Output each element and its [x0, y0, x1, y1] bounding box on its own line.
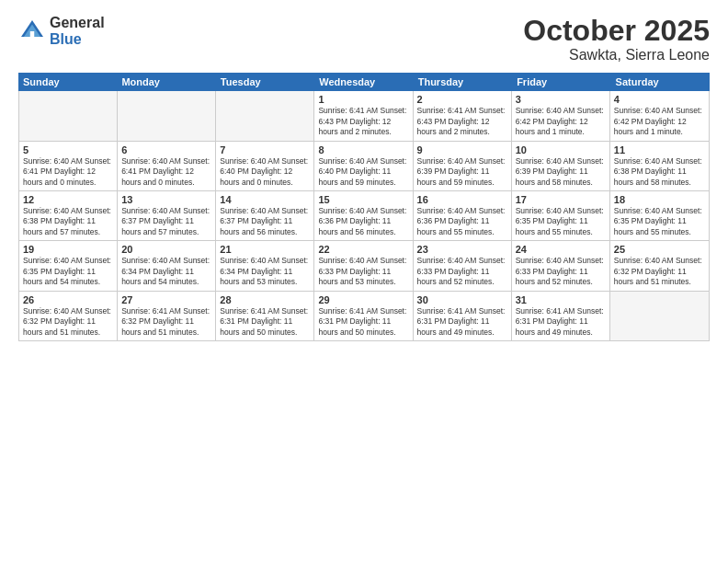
- day-number: 16: [417, 194, 507, 205]
- day-info: Sunrise: 6:41 AM Sunset: 6:31 PM Dayligh…: [318, 306, 408, 338]
- day-number: 2: [417, 94, 507, 105]
- header: General Blue October 2025 Sawkta, Sierra…: [18, 15, 710, 63]
- day-info: Sunrise: 6:40 AM Sunset: 6:40 PM Dayligh…: [318, 156, 408, 188]
- day-info: Sunrise: 6:40 AM Sunset: 6:42 PM Dayligh…: [516, 106, 606, 137]
- calendar-cell: 11Sunrise: 6:40 AM Sunset: 6:38 PM Dayli…: [610, 142, 709, 190]
- day-header-wednesday: Wednesday: [314, 73, 413, 91]
- calendar-cell: 20Sunrise: 6:40 AM Sunset: 6:34 PM Dayli…: [118, 241, 216, 290]
- logo: General Blue: [18, 15, 105, 47]
- svg-rect-2: [30, 31, 35, 37]
- day-number: 27: [121, 294, 211, 305]
- day-number: 19: [23, 244, 113, 255]
- calendar-cell: [216, 91, 314, 140]
- day-number: 4: [614, 94, 705, 105]
- day-info: Sunrise: 6:40 AM Sunset: 6:36 PM Dayligh…: [417, 206, 507, 237]
- calendar-cell: 15Sunrise: 6:40 AM Sunset: 6:36 PM Dayli…: [314, 191, 413, 240]
- logo-general-label: General: [50, 15, 105, 31]
- calendar-row-4: 19Sunrise: 6:40 AM Sunset: 6:35 PM Dayli…: [19, 241, 709, 291]
- calendar-cell: 4Sunrise: 6:40 AM Sunset: 6:42 PM Daylig…: [610, 91, 709, 140]
- location-title: Sawkta, Sierra Leone: [523, 47, 710, 63]
- logo-blue-label: Blue: [50, 31, 105, 48]
- day-number: 13: [121, 194, 211, 205]
- day-info: Sunrise: 6:41 AM Sunset: 6:43 PM Dayligh…: [318, 106, 408, 137]
- title-block: October 2025 Sawkta, Sierra Leone: [523, 15, 710, 63]
- calendar-cell: 8Sunrise: 6:40 AM Sunset: 6:40 PM Daylig…: [314, 142, 413, 190]
- day-number: 14: [220, 194, 310, 205]
- day-header-friday: Friday: [512, 73, 610, 91]
- day-info: Sunrise: 6:40 AM Sunset: 6:42 PM Dayligh…: [614, 106, 705, 137]
- day-info: Sunrise: 6:41 AM Sunset: 6:31 PM Dayligh…: [220, 306, 310, 338]
- calendar-cell: 22Sunrise: 6:40 AM Sunset: 6:33 PM Dayli…: [314, 241, 413, 290]
- calendar-cell: 30Sunrise: 6:41 AM Sunset: 6:31 PM Dayli…: [414, 292, 512, 340]
- day-info: Sunrise: 6:40 AM Sunset: 6:32 PM Dayligh…: [23, 306, 113, 338]
- calendar-cell: 12Sunrise: 6:40 AM Sunset: 6:38 PM Dayli…: [19, 191, 118, 240]
- day-number: 31: [516, 294, 606, 305]
- calendar-cell: 25Sunrise: 6:40 AM Sunset: 6:32 PM Dayli…: [610, 241, 709, 290]
- month-title: October 2025: [523, 15, 710, 47]
- logo-text: General Blue: [50, 15, 105, 47]
- day-number: 24: [516, 244, 606, 255]
- day-header-sunday: Sunday: [18, 73, 117, 91]
- day-info: Sunrise: 6:40 AM Sunset: 6:34 PM Dayligh…: [220, 256, 310, 287]
- calendar-cell: [610, 292, 709, 340]
- day-info: Sunrise: 6:40 AM Sunset: 6:32 PM Dayligh…: [614, 256, 705, 287]
- day-number: 6: [121, 144, 211, 155]
- day-number: 21: [220, 244, 310, 255]
- day-info: Sunrise: 6:41 AM Sunset: 6:31 PM Dayligh…: [417, 306, 507, 338]
- calendar-cell: 18Sunrise: 6:40 AM Sunset: 6:35 PM Dayli…: [610, 191, 709, 240]
- day-info: Sunrise: 6:40 AM Sunset: 6:41 PM Dayligh…: [23, 156, 113, 188]
- calendar-cell: 5Sunrise: 6:40 AM Sunset: 6:41 PM Daylig…: [19, 142, 118, 190]
- day-number: 5: [23, 144, 113, 155]
- day-number: 9: [417, 144, 507, 155]
- calendar-body-outer: 1Sunrise: 6:41 AM Sunset: 6:43 PM Daylig…: [18, 91, 710, 341]
- day-info: Sunrise: 6:40 AM Sunset: 6:35 PM Dayligh…: [23, 256, 113, 287]
- calendar-cell: 26Sunrise: 6:40 AM Sunset: 6:32 PM Dayli…: [19, 292, 118, 340]
- day-info: Sunrise: 6:40 AM Sunset: 6:38 PM Dayligh…: [614, 156, 705, 188]
- day-number: 26: [23, 294, 113, 305]
- calendar-cell: 28Sunrise: 6:41 AM Sunset: 6:31 PM Dayli…: [216, 292, 314, 340]
- calendar-cell: 31Sunrise: 6:41 AM Sunset: 6:31 PM Dayli…: [512, 292, 610, 340]
- day-info: Sunrise: 6:40 AM Sunset: 6:40 PM Dayligh…: [220, 156, 310, 188]
- calendar-cell: 21Sunrise: 6:40 AM Sunset: 6:34 PM Dayli…: [216, 241, 314, 290]
- calendar-cell: 29Sunrise: 6:41 AM Sunset: 6:31 PM Dayli…: [314, 292, 413, 340]
- day-number: 22: [318, 244, 408, 255]
- calendar-cell: 17Sunrise: 6:40 AM Sunset: 6:35 PM Dayli…: [512, 191, 610, 240]
- day-number: 23: [417, 244, 507, 255]
- calendar-cell: 9Sunrise: 6:40 AM Sunset: 6:39 PM Daylig…: [414, 142, 512, 190]
- day-info: Sunrise: 6:40 AM Sunset: 6:37 PM Dayligh…: [121, 206, 211, 237]
- day-number: 7: [220, 144, 310, 155]
- day-info: Sunrise: 6:40 AM Sunset: 6:33 PM Dayligh…: [318, 256, 408, 287]
- day-number: 30: [417, 294, 507, 305]
- calendar-cell: 27Sunrise: 6:41 AM Sunset: 6:32 PM Dayli…: [118, 292, 216, 340]
- day-number: 25: [614, 244, 705, 255]
- calendar-cell: 2Sunrise: 6:41 AM Sunset: 6:43 PM Daylig…: [414, 91, 512, 140]
- day-header-tuesday: Tuesday: [216, 73, 314, 91]
- day-number: 15: [318, 194, 408, 205]
- day-info: Sunrise: 6:41 AM Sunset: 6:32 PM Dayligh…: [121, 306, 211, 338]
- day-info: Sunrise: 6:40 AM Sunset: 6:33 PM Dayligh…: [516, 256, 606, 287]
- day-number: 10: [516, 144, 606, 155]
- calendar-row-1: 1Sunrise: 6:41 AM Sunset: 6:43 PM Daylig…: [19, 91, 709, 141]
- day-number: 1: [318, 94, 408, 105]
- calendar-header: SundayMondayTuesdayWednesdayThursdayFrid…: [18, 73, 710, 91]
- calendar-row-5: 26Sunrise: 6:40 AM Sunset: 6:32 PM Dayli…: [19, 292, 709, 340]
- calendar-cell: 23Sunrise: 6:40 AM Sunset: 6:33 PM Dayli…: [414, 241, 512, 290]
- day-info: Sunrise: 6:41 AM Sunset: 6:43 PM Dayligh…: [417, 106, 507, 137]
- calendar-cell: 14Sunrise: 6:40 AM Sunset: 6:37 PM Dayli…: [216, 191, 314, 240]
- calendar-body: 1Sunrise: 6:41 AM Sunset: 6:43 PM Daylig…: [19, 91, 709, 340]
- calendar-row-2: 5Sunrise: 6:40 AM Sunset: 6:41 PM Daylig…: [19, 142, 709, 191]
- day-info: Sunrise: 6:40 AM Sunset: 6:39 PM Dayligh…: [417, 156, 507, 188]
- day-number: 28: [220, 294, 310, 305]
- calendar: SundayMondayTuesdayWednesdayThursdayFrid…: [18, 73, 710, 554]
- calendar-cell: 6Sunrise: 6:40 AM Sunset: 6:41 PM Daylig…: [118, 142, 216, 190]
- day-number: 12: [23, 194, 113, 205]
- page: General Blue October 2025 Sawkta, Sierra…: [0, 0, 728, 563]
- day-info: Sunrise: 6:40 AM Sunset: 6:38 PM Dayligh…: [23, 206, 113, 237]
- day-number: 11: [614, 144, 705, 155]
- day-number: 29: [318, 294, 408, 305]
- calendar-cell: [118, 91, 216, 140]
- day-info: Sunrise: 6:40 AM Sunset: 6:37 PM Dayligh…: [220, 206, 310, 237]
- day-number: 8: [318, 144, 408, 155]
- calendar-cell: 1Sunrise: 6:41 AM Sunset: 6:43 PM Daylig…: [314, 91, 413, 140]
- day-number: 18: [614, 194, 705, 205]
